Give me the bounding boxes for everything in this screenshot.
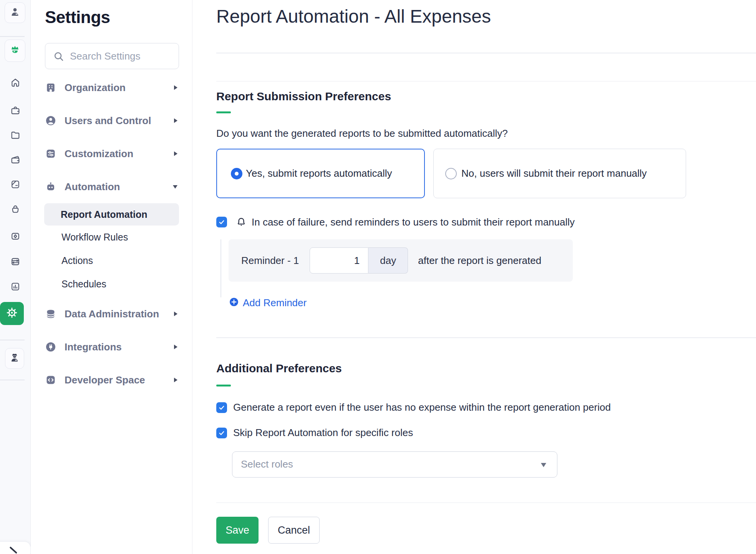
- reminder-connector-line: [220, 239, 221, 297]
- skip-roles-checkbox[interactable]: [216, 428, 227, 438]
- no-expense-label: Generate a report even if the user has n…: [233, 401, 611, 413]
- add-reminder-link[interactable]: Add Reminder: [229, 297, 307, 309]
- reminder-row: Reminder - 1 day after the report is gen…: [229, 239, 573, 282]
- sidebar-item-label: Developer Space: [65, 374, 145, 386]
- expenses-nav-button[interactable]: [0, 179, 31, 191]
- sidebar-item-developer-space[interactable]: Developer Space: [45, 363, 192, 396]
- sidebar-item-customization[interactable]: Customization: [45, 137, 192, 170]
- profile-button[interactable]: [5, 2, 25, 23]
- organization-switcher-button[interactable]: [5, 40, 25, 62]
- section-divider: [216, 337, 756, 338]
- check-icon: [218, 404, 225, 411]
- additional-preferences-heading: Additional Preferences: [216, 362, 756, 375]
- chevron-right-icon: [174, 151, 177, 156]
- chevron-right-icon: [174, 312, 177, 316]
- collapse-arrow-icon: [10, 546, 17, 554]
- chevron-right-icon: [174, 118, 177, 123]
- sidebar-item-label: Data Administration: [65, 308, 159, 320]
- receipt-icon: [10, 179, 21, 191]
- save-button[interactable]: Save: [216, 517, 259, 544]
- reminder-suffix: after the report is generated: [418, 255, 541, 267]
- reminder-unit: day: [368, 247, 408, 274]
- settings-sidebar: Settings Organization Users and Control: [31, 0, 192, 554]
- analytics-nav-button[interactable]: [0, 281, 31, 294]
- sidebar-item-label: Users and Control: [65, 115, 151, 127]
- sidebar-subitem-report-automation[interactable]: Report Automation: [44, 203, 179, 226]
- no-expense-row: Generate a report even if the user has n…: [216, 402, 756, 413]
- subitem-label: Schedules: [61, 279, 106, 290]
- sidebar-item-organization[interactable]: Organization: [45, 71, 192, 104]
- rail-divider: [0, 340, 25, 340]
- reminder-days-input[interactable]: [310, 247, 368, 274]
- sidebar-item-label: Integrations: [65, 341, 122, 353]
- crown-org-icon: [9, 44, 21, 57]
- page-title: Report Automation - All Expenses: [216, 5, 756, 28]
- wallet-nav-button[interactable]: [0, 154, 31, 167]
- bell-icon: [235, 216, 247, 228]
- add-reminder-label: Add Reminder: [243, 297, 307, 309]
- settings-nav-button-active[interactable]: [0, 302, 24, 325]
- report-automation-panel: Report Automation - All Expenses Report …: [192, 0, 756, 554]
- settings-nav-lower: Data Administration Integrations Develop…: [45, 297, 192, 396]
- search-input[interactable]: [45, 43, 179, 69]
- failure-reminder-row: In case of failure, send reminders to us…: [216, 216, 756, 228]
- sidebar-subitem-schedules[interactable]: Schedules: [45, 272, 192, 296]
- option-yes-label: Yes, submit reports automatically: [246, 168, 392, 179]
- skip-roles-row: Skip Report Automation for specific role…: [216, 428, 756, 438]
- rail-divider: [0, 36, 25, 37]
- check-icon: [218, 430, 225, 436]
- footer-divider: [216, 503, 756, 503]
- trips-nav-button[interactable]: [0, 105, 31, 118]
- automation-subnav: Report Automation Workflow Rules Actions…: [45, 203, 192, 296]
- radio-unselected-icon[interactable]: [445, 168, 457, 179]
- admin-view-button[interactable]: [5, 348, 24, 369]
- sidebar-subitem-actions[interactable]: Actions: [45, 249, 192, 272]
- settings-nav: Organization Users and Control Customiza…: [45, 71, 192, 203]
- radio-selected-icon[interactable]: [231, 168, 242, 179]
- documents-nav-button[interactable]: [0, 130, 31, 142]
- failure-reminder-checkbox[interactable]: [216, 217, 227, 227]
- auto-submit-options: Yes, submit reports automatically No, us…: [216, 149, 756, 198]
- caret-down-icon: [541, 463, 546, 467]
- collapse-handle[interactable]: [0, 541, 31, 554]
- robot-icon: [45, 181, 56, 192]
- sidebar-item-data-administration[interactable]: Data Administration: [45, 297, 192, 330]
- auto-submit-question: Do you want the generated reports to be …: [216, 127, 756, 139]
- sidebar-item-label: Customization: [65, 148, 133, 160]
- reminder-label: Reminder - 1: [241, 255, 299, 267]
- wallet-icon: [10, 154, 21, 167]
- building-icon: [45, 82, 56, 93]
- security-nav-button[interactable]: [0, 204, 31, 216]
- rail-divider: [0, 380, 25, 380]
- no-expense-checkbox[interactable]: [216, 402, 227, 413]
- sidebar-subitem-workflow-rules[interactable]: Workflow Rules: [45, 226, 192, 249]
- sidebar-item-integrations[interactable]: Integrations: [45, 330, 192, 363]
- cards-nav-button[interactable]: [0, 256, 31, 269]
- user-circle-icon: [45, 115, 56, 126]
- subitem-label: Workflow Rules: [61, 232, 128, 243]
- bar-chart-icon: [10, 281, 21, 294]
- footer-actions: Save Cancel: [216, 517, 756, 544]
- rewards-nav-button[interactable]: [0, 231, 31, 243]
- chevron-right-icon: [174, 378, 177, 382]
- toolbar-divider: [216, 81, 756, 82]
- option-no-card[interactable]: No, users will submit their report manua…: [433, 149, 686, 198]
- select-roles-dropdown[interactable]: Select roles: [232, 451, 557, 478]
- card-box-icon: [10, 256, 21, 269]
- sidebar-item-users-and-control[interactable]: Users and Control: [45, 104, 192, 137]
- chevron-right-icon: [174, 85, 177, 90]
- settings-search[interactable]: [45, 43, 179, 69]
- admin-user-icon: [9, 352, 20, 365]
- option-yes-card[interactable]: Yes, submit reports automatically: [216, 149, 425, 198]
- heading-accent-bar: [216, 111, 231, 113]
- plus-circle-icon: [229, 297, 239, 309]
- sidebar-item-automation[interactable]: Automation: [45, 170, 192, 203]
- cancel-button[interactable]: Cancel: [268, 517, 320, 544]
- home-nav-button[interactable]: [0, 77, 31, 90]
- skip-roles-label: Skip Report Automation for specific role…: [233, 427, 413, 439]
- home-icon: [10, 77, 21, 90]
- lock-icon: [10, 204, 21, 216]
- folder-icon: [10, 130, 21, 142]
- subitem-label: Actions: [61, 255, 93, 266]
- chevron-down-icon: [173, 185, 177, 189]
